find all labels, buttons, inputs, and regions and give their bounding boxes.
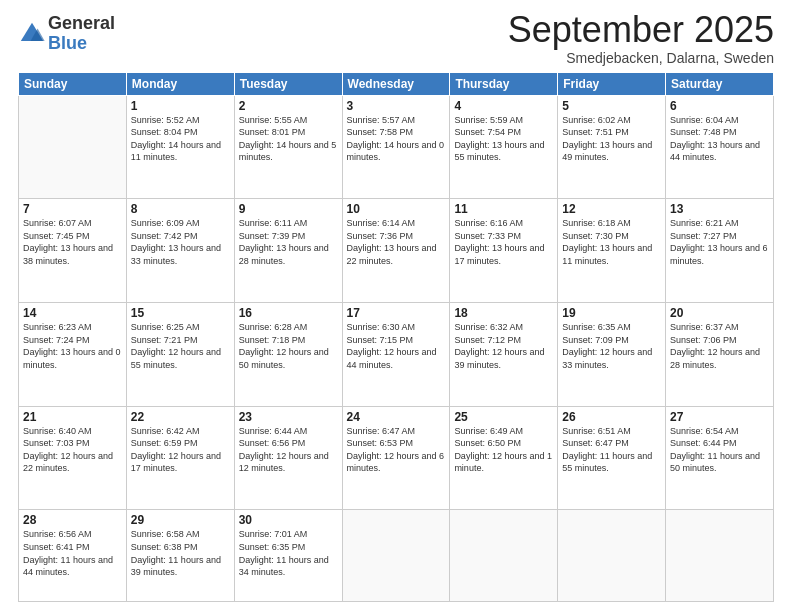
day-number: 16: [239, 306, 338, 320]
day-number: 13: [670, 202, 769, 216]
day-info: Sunrise: 6:09 AMSunset: 7:42 PMDaylight:…: [131, 217, 230, 267]
calendar-cell: 10Sunrise: 6:14 AMSunset: 7:36 PMDayligh…: [342, 199, 450, 303]
calendar-week-row: 28Sunrise: 6:56 AMSunset: 6:41 PMDayligh…: [19, 510, 774, 602]
calendar-week-row: 7Sunrise: 6:07 AMSunset: 7:45 PMDaylight…: [19, 199, 774, 303]
calendar-cell: 16Sunrise: 6:28 AMSunset: 7:18 PMDayligh…: [234, 303, 342, 407]
day-info: Sunrise: 6:40 AMSunset: 7:03 PMDaylight:…: [23, 425, 122, 475]
calendar-week-row: 1Sunrise: 5:52 AMSunset: 8:04 PMDaylight…: [19, 95, 774, 199]
calendar-cell: 14Sunrise: 6:23 AMSunset: 7:24 PMDayligh…: [19, 303, 127, 407]
day-number: 22: [131, 410, 230, 424]
day-info: Sunrise: 6:32 AMSunset: 7:12 PMDaylight:…: [454, 321, 553, 371]
day-number: 21: [23, 410, 122, 424]
day-info: Sunrise: 6:37 AMSunset: 7:06 PMDaylight:…: [670, 321, 769, 371]
calendar-cell: 3Sunrise: 5:57 AMSunset: 7:58 PMDaylight…: [342, 95, 450, 199]
calendar-cell: 15Sunrise: 6:25 AMSunset: 7:21 PMDayligh…: [126, 303, 234, 407]
day-info: Sunrise: 7:01 AMSunset: 6:35 PMDaylight:…: [239, 528, 338, 578]
calendar-cell: 30Sunrise: 7:01 AMSunset: 6:35 PMDayligh…: [234, 510, 342, 602]
day-info: Sunrise: 6:51 AMSunset: 6:47 PMDaylight:…: [562, 425, 661, 475]
location: Smedjebacken, Dalarna, Sweden: [508, 50, 774, 66]
calendar-table: SundayMondayTuesdayWednesdayThursdayFrid…: [18, 72, 774, 602]
column-header-sunday: Sunday: [19, 72, 127, 95]
day-info: Sunrise: 6:30 AMSunset: 7:15 PMDaylight:…: [347, 321, 446, 371]
day-info: Sunrise: 6:07 AMSunset: 7:45 PMDaylight:…: [23, 217, 122, 267]
column-header-friday: Friday: [558, 72, 666, 95]
day-info: Sunrise: 6:18 AMSunset: 7:30 PMDaylight:…: [562, 217, 661, 267]
calendar-cell: 17Sunrise: 6:30 AMSunset: 7:15 PMDayligh…: [342, 303, 450, 407]
calendar-week-row: 21Sunrise: 6:40 AMSunset: 7:03 PMDayligh…: [19, 406, 774, 510]
calendar-cell: [342, 510, 450, 602]
column-header-wednesday: Wednesday: [342, 72, 450, 95]
calendar-cell: 6Sunrise: 6:04 AMSunset: 7:48 PMDaylight…: [666, 95, 774, 199]
day-number: 15: [131, 306, 230, 320]
day-info: Sunrise: 5:57 AMSunset: 7:58 PMDaylight:…: [347, 114, 446, 164]
calendar-cell: [19, 95, 127, 199]
column-header-thursday: Thursday: [450, 72, 558, 95]
day-number: 9: [239, 202, 338, 216]
calendar-header-row: SundayMondayTuesdayWednesdayThursdayFrid…: [19, 72, 774, 95]
calendar-cell: 2Sunrise: 5:55 AMSunset: 8:01 PMDaylight…: [234, 95, 342, 199]
calendar-cell: 12Sunrise: 6:18 AMSunset: 7:30 PMDayligh…: [558, 199, 666, 303]
day-info: Sunrise: 6:25 AMSunset: 7:21 PMDaylight:…: [131, 321, 230, 371]
day-number: 11: [454, 202, 553, 216]
day-number: 29: [131, 513, 230, 527]
day-info: Sunrise: 6:58 AMSunset: 6:38 PMDaylight:…: [131, 528, 230, 578]
calendar-week-row: 14Sunrise: 6:23 AMSunset: 7:24 PMDayligh…: [19, 303, 774, 407]
calendar-cell: 28Sunrise: 6:56 AMSunset: 6:41 PMDayligh…: [19, 510, 127, 602]
day-number: 12: [562, 202, 661, 216]
calendar-cell: 5Sunrise: 6:02 AMSunset: 7:51 PMDaylight…: [558, 95, 666, 199]
page: General Blue September 2025 Smedjebacken…: [0, 0, 792, 612]
day-info: Sunrise: 6:04 AMSunset: 7:48 PMDaylight:…: [670, 114, 769, 164]
day-number: 1: [131, 99, 230, 113]
day-info: Sunrise: 5:52 AMSunset: 8:04 PMDaylight:…: [131, 114, 230, 164]
day-info: Sunrise: 6:14 AMSunset: 7:36 PMDaylight:…: [347, 217, 446, 267]
day-number: 26: [562, 410, 661, 424]
calendar-cell: 4Sunrise: 5:59 AMSunset: 7:54 PMDaylight…: [450, 95, 558, 199]
column-header-tuesday: Tuesday: [234, 72, 342, 95]
day-info: Sunrise: 6:23 AMSunset: 7:24 PMDaylight:…: [23, 321, 122, 371]
calendar-cell: 26Sunrise: 6:51 AMSunset: 6:47 PMDayligh…: [558, 406, 666, 510]
calendar-cell: [450, 510, 558, 602]
calendar-cell: 1Sunrise: 5:52 AMSunset: 8:04 PMDaylight…: [126, 95, 234, 199]
day-number: 8: [131, 202, 230, 216]
day-number: 14: [23, 306, 122, 320]
day-info: Sunrise: 6:28 AMSunset: 7:18 PMDaylight:…: [239, 321, 338, 371]
day-number: 19: [562, 306, 661, 320]
day-number: 17: [347, 306, 446, 320]
day-info: Sunrise: 6:35 AMSunset: 7:09 PMDaylight:…: [562, 321, 661, 371]
day-number: 3: [347, 99, 446, 113]
month-title: September 2025: [508, 10, 774, 50]
header: General Blue September 2025 Smedjebacken…: [18, 10, 774, 66]
column-header-saturday: Saturday: [666, 72, 774, 95]
day-info: Sunrise: 6:02 AMSunset: 7:51 PMDaylight:…: [562, 114, 661, 164]
day-info: Sunrise: 5:59 AMSunset: 7:54 PMDaylight:…: [454, 114, 553, 164]
calendar-cell: 29Sunrise: 6:58 AMSunset: 6:38 PMDayligh…: [126, 510, 234, 602]
day-number: 25: [454, 410, 553, 424]
day-number: 18: [454, 306, 553, 320]
day-number: 27: [670, 410, 769, 424]
calendar-cell: 20Sunrise: 6:37 AMSunset: 7:06 PMDayligh…: [666, 303, 774, 407]
day-number: 20: [670, 306, 769, 320]
logo-general-text: General: [48, 14, 115, 34]
calendar-cell: 9Sunrise: 6:11 AMSunset: 7:39 PMDaylight…: [234, 199, 342, 303]
day-info: Sunrise: 6:56 AMSunset: 6:41 PMDaylight:…: [23, 528, 122, 578]
day-info: Sunrise: 6:54 AMSunset: 6:44 PMDaylight:…: [670, 425, 769, 475]
day-number: 10: [347, 202, 446, 216]
calendar-cell: 22Sunrise: 6:42 AMSunset: 6:59 PMDayligh…: [126, 406, 234, 510]
day-info: Sunrise: 6:44 AMSunset: 6:56 PMDaylight:…: [239, 425, 338, 475]
day-info: Sunrise: 6:16 AMSunset: 7:33 PMDaylight:…: [454, 217, 553, 267]
day-info: Sunrise: 6:42 AMSunset: 6:59 PMDaylight:…: [131, 425, 230, 475]
day-number: 4: [454, 99, 553, 113]
day-number: 24: [347, 410, 446, 424]
calendar-cell: 8Sunrise: 6:09 AMSunset: 7:42 PMDaylight…: [126, 199, 234, 303]
calendar-cell: [666, 510, 774, 602]
day-info: Sunrise: 6:21 AMSunset: 7:27 PMDaylight:…: [670, 217, 769, 267]
calendar-cell: 11Sunrise: 6:16 AMSunset: 7:33 PMDayligh…: [450, 199, 558, 303]
day-number: 7: [23, 202, 122, 216]
logo: General Blue: [18, 14, 115, 54]
day-info: Sunrise: 6:49 AMSunset: 6:50 PMDaylight:…: [454, 425, 553, 475]
day-number: 23: [239, 410, 338, 424]
calendar-cell: 18Sunrise: 6:32 AMSunset: 7:12 PMDayligh…: [450, 303, 558, 407]
title-block: September 2025 Smedjebacken, Dalarna, Sw…: [508, 10, 774, 66]
day-info: Sunrise: 5:55 AMSunset: 8:01 PMDaylight:…: [239, 114, 338, 164]
calendar-cell: 27Sunrise: 6:54 AMSunset: 6:44 PMDayligh…: [666, 406, 774, 510]
